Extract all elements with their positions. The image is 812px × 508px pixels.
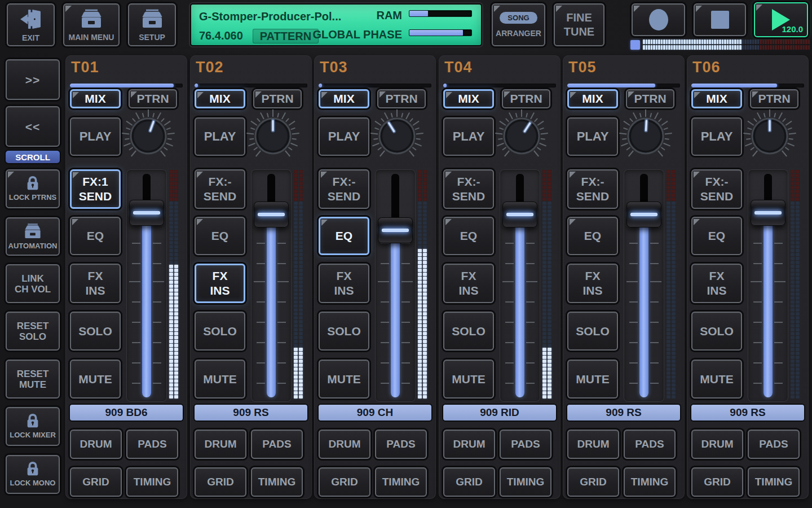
sample-name-label[interactable]: 909 RID bbox=[443, 405, 556, 421]
fx-send-button[interactable]: FX:- SEND bbox=[567, 169, 618, 209]
link-ch-vol-button[interactable]: LINK CH VOL bbox=[6, 264, 60, 303]
pads-button[interactable]: PADS bbox=[748, 430, 800, 459]
mode-indicator[interactable]: PATTERN bbox=[253, 29, 319, 43]
drum-button[interactable]: DRUM bbox=[691, 430, 743, 459]
volume-fader-track[interactable] bbox=[126, 169, 167, 402]
mix-tab[interactable]: MIX bbox=[70, 89, 121, 108]
scroll-forward-button[interactable]: >> bbox=[6, 59, 60, 100]
fx-ins-button[interactable]: FX INS bbox=[691, 264, 742, 303]
mute-button[interactable]: MUTE bbox=[567, 360, 618, 398]
grid-button[interactable]: GRID bbox=[691, 467, 743, 497]
ptrn-tab[interactable]: PTRN bbox=[377, 89, 426, 108]
volume-knob[interactable] bbox=[245, 108, 301, 164]
play-channel-button[interactable]: PLAY bbox=[443, 117, 494, 156]
volume-fader-track[interactable] bbox=[375, 169, 416, 402]
exit-button[interactable]: EXIT bbox=[7, 3, 55, 46]
grid-button[interactable]: GRID bbox=[443, 467, 495, 497]
fx-ins-button[interactable]: FX INS bbox=[195, 264, 245, 303]
fx-ins-button[interactable]: FX INS bbox=[567, 264, 618, 303]
lock-mixer-button[interactable]: LOCK MIXER bbox=[6, 407, 60, 446]
timing-button[interactable]: TIMING bbox=[624, 467, 676, 497]
fx-ins-button[interactable]: FX INS bbox=[319, 264, 369, 303]
ptrn-tab[interactable]: PTRN bbox=[253, 89, 302, 108]
drum-button[interactable]: DRUM bbox=[319, 430, 370, 459]
volume-fader-track[interactable] bbox=[748, 169, 788, 402]
fx-send-button[interactable]: FX:- SEND bbox=[319, 169, 369, 209]
mix-tab[interactable]: MIX bbox=[195, 89, 245, 108]
sample-name-label[interactable]: 909 RS bbox=[691, 405, 804, 421]
grid-button[interactable]: GRID bbox=[195, 467, 246, 497]
fader-handle[interactable] bbox=[626, 202, 661, 227]
pads-button[interactable]: PADS bbox=[624, 430, 676, 459]
solo-button[interactable]: SOLO bbox=[567, 312, 618, 351]
volume-knob[interactable] bbox=[742, 108, 798, 164]
mix-tab[interactable]: MIX bbox=[319, 89, 369, 108]
volume-knob[interactable] bbox=[120, 108, 176, 164]
play-channel-button[interactable]: PLAY bbox=[195, 117, 245, 156]
fader-handle[interactable] bbox=[502, 202, 537, 227]
mute-button[interactable]: MUTE bbox=[70, 360, 121, 398]
fx-send-button[interactable]: FX:- SEND bbox=[691, 169, 742, 209]
reset-mute-button[interactable]: RESET MUTE bbox=[6, 360, 60, 398]
solo-button[interactable]: SOLO bbox=[70, 312, 121, 351]
grid-button[interactable]: GRID bbox=[319, 467, 370, 497]
fx-send-button[interactable]: FX:- SEND bbox=[443, 169, 494, 209]
timing-button[interactable]: TIMING bbox=[251, 467, 303, 497]
fx-send-button[interactable]: FX:1 SEND bbox=[70, 169, 121, 209]
play-button[interactable]: 120.0 bbox=[754, 2, 808, 37]
eq-button[interactable]: EQ bbox=[691, 217, 742, 255]
drum-button[interactable]: DRUM bbox=[195, 430, 246, 459]
fine-tune-button[interactable]: FINE TUNE bbox=[554, 3, 604, 46]
mute-button[interactable]: MUTE bbox=[195, 360, 245, 398]
fader-handle[interactable] bbox=[129, 200, 164, 226]
fx-ins-button[interactable]: FX INS bbox=[70, 264, 121, 303]
timing-button[interactable]: TIMING bbox=[500, 467, 551, 497]
mute-button[interactable]: MUTE bbox=[443, 360, 494, 398]
volume-knob[interactable] bbox=[617, 108, 674, 164]
ptrn-tab[interactable]: PTRN bbox=[502, 89, 550, 108]
volume-fader-track[interactable] bbox=[624, 169, 664, 402]
sample-name-label[interactable]: 909 BD6 bbox=[70, 405, 183, 421]
mix-tab[interactable]: MIX bbox=[567, 89, 618, 108]
fader-handle[interactable] bbox=[378, 217, 413, 243]
solo-button[interactable]: SOLO bbox=[319, 312, 369, 351]
timing-button[interactable]: TIMING bbox=[375, 467, 427, 497]
drum-button[interactable]: DRUM bbox=[443, 430, 495, 459]
sample-name-label[interactable]: 909 RS bbox=[195, 405, 307, 421]
pads-button[interactable]: PADS bbox=[251, 430, 303, 459]
fader-handle[interactable] bbox=[751, 200, 785, 226]
mute-button[interactable]: MUTE bbox=[691, 360, 742, 398]
record-button[interactable] bbox=[632, 3, 685, 36]
volume-fader-track[interactable] bbox=[251, 169, 292, 402]
play-channel-button[interactable]: PLAY bbox=[691, 117, 742, 156]
timing-button[interactable]: TIMING bbox=[126, 467, 178, 497]
fader-handle[interactable] bbox=[254, 202, 289, 227]
sample-name-label[interactable]: 909 CH bbox=[319, 405, 431, 421]
mix-tab[interactable]: MIX bbox=[443, 89, 494, 108]
lock-patterns-button[interactable]: LOCK PTRNS bbox=[6, 169, 60, 208]
grid-button[interactable]: GRID bbox=[70, 467, 122, 497]
ptrn-tab[interactable]: PTRN bbox=[750, 89, 798, 108]
drum-button[interactable]: DRUM bbox=[567, 430, 619, 459]
timing-button[interactable]: TIMING bbox=[748, 467, 800, 497]
pads-button[interactable]: PADS bbox=[375, 430, 427, 459]
play-channel-button[interactable]: PLAY bbox=[319, 117, 369, 156]
eq-button[interactable]: EQ bbox=[195, 217, 245, 255]
automation-button[interactable]: AUTOMATION bbox=[6, 217, 60, 256]
fx-ins-button[interactable]: FX INS bbox=[443, 264, 494, 303]
play-channel-button[interactable]: PLAY bbox=[567, 117, 618, 156]
main-menu-button[interactable]: MAIN MENU bbox=[63, 3, 120, 46]
eq-button[interactable]: EQ bbox=[70, 217, 121, 255]
solo-button[interactable]: SOLO bbox=[691, 312, 742, 351]
volume-knob[interactable] bbox=[493, 108, 550, 164]
ptrn-tab[interactable]: PTRN bbox=[129, 89, 177, 108]
scroll-back-button[interactable]: << bbox=[6, 106, 60, 147]
eq-button[interactable]: EQ bbox=[319, 217, 369, 255]
mix-tab[interactable]: MIX bbox=[691, 89, 742, 108]
eq-button[interactable]: EQ bbox=[567, 217, 618, 255]
setup-button[interactable]: SETUP bbox=[128, 3, 176, 46]
song-arranger-button[interactable]: SONG ARRANGER bbox=[492, 3, 545, 46]
drum-button[interactable]: DRUM bbox=[70, 430, 122, 459]
pads-button[interactable]: PADS bbox=[500, 430, 551, 459]
grid-button[interactable]: GRID bbox=[567, 467, 619, 497]
